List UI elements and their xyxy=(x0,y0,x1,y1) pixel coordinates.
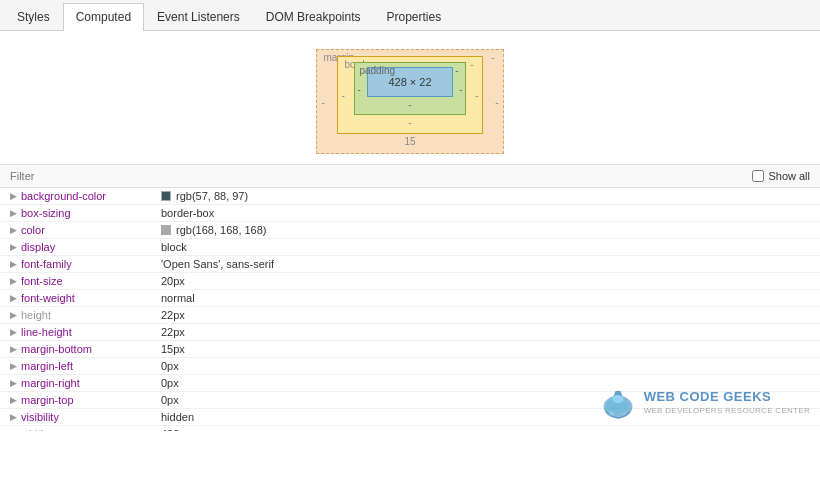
property-value: 20px xyxy=(161,275,185,287)
property-value: rgb(168, 168, 168) xyxy=(161,224,267,236)
watermark-title: WEB CODE GEEKS xyxy=(644,389,810,406)
expand-arrow-icon[interactable]: ▶ xyxy=(10,276,17,286)
expand-arrow-icon[interactable]: ▶ xyxy=(10,429,17,431)
padding-box: padding - - - 428 × 22 - xyxy=(354,62,465,115)
svg-point-5 xyxy=(622,412,625,415)
padding-right-val: - xyxy=(459,83,462,94)
expand-arrow-icon[interactable]: ▶ xyxy=(10,259,17,269)
property-row: ▶background-colorrgb(57, 88, 97) xyxy=(0,188,820,205)
property-name: font-weight xyxy=(21,292,161,304)
svg-point-4 xyxy=(609,411,614,416)
border-left-val: - xyxy=(341,90,344,101)
border-box: border - - - padding - - - 428 × 22 xyxy=(337,56,482,134)
property-name: margin-right xyxy=(21,377,161,389)
property-value: hidden xyxy=(161,411,194,423)
property-row: ▶line-height22px xyxy=(0,324,820,341)
property-row: ▶margin-left0px xyxy=(0,358,820,375)
property-row: ▶width428px xyxy=(0,426,820,431)
margin-top-val: - xyxy=(491,52,494,63)
filter-bar: Show all xyxy=(0,165,820,188)
tab-styles[interactable]: Styles xyxy=(4,3,63,30)
padding-left-val: - xyxy=(357,83,360,94)
expand-arrow-icon[interactable]: ▶ xyxy=(10,327,17,337)
property-name: background-color xyxy=(21,190,161,202)
expand-arrow-icon[interactable]: ▶ xyxy=(10,208,17,218)
property-name: box-sizing xyxy=(21,207,161,219)
box-model: margin - - - border - - - padding - - - xyxy=(316,49,503,154)
property-name: margin-bottom xyxy=(21,343,161,355)
show-all-checkbox[interactable] xyxy=(752,170,764,182)
margin-left-val: - xyxy=(321,96,324,107)
property-name: font-family xyxy=(21,258,161,270)
property-name: display xyxy=(21,241,161,253)
property-name: margin-top xyxy=(21,394,161,406)
show-all-text: Show all xyxy=(768,170,810,182)
property-value: normal xyxy=(161,292,195,304)
expand-arrow-icon[interactable]: ▶ xyxy=(10,310,17,320)
property-row: ▶font-weightnormal xyxy=(0,290,820,307)
property-value: 0px xyxy=(161,360,179,372)
property-value: 428px xyxy=(161,428,191,431)
expand-arrow-icon[interactable]: ▶ xyxy=(10,378,17,388)
property-row: ▶height22px xyxy=(0,307,820,324)
filter-input[interactable] xyxy=(10,170,752,182)
property-name: visibility xyxy=(21,411,161,423)
expand-arrow-icon[interactable]: ▶ xyxy=(10,293,17,303)
property-value: 0px xyxy=(161,377,179,389)
content-dimensions: 428 × 22 xyxy=(388,76,431,88)
border-top-val: - xyxy=(470,59,473,70)
tab-dom-breakpoints[interactable]: DOM Breakpoints xyxy=(253,3,374,30)
watermark-subtitle: WEB DEVELOPERS RESOURCE CENTER xyxy=(644,406,810,416)
property-name: margin-left xyxy=(21,360,161,372)
property-row: ▶margin-bottom15px xyxy=(0,341,820,358)
property-row: ▶box-sizingborder-box xyxy=(0,205,820,222)
main-content: margin - - - border - - - padding - - - xyxy=(0,31,820,431)
expand-arrow-icon[interactable]: ▶ xyxy=(10,225,17,235)
property-name: width xyxy=(21,428,161,431)
property-value: block xyxy=(161,241,187,253)
tabs-bar: Styles Computed Event Listeners DOM Brea… xyxy=(0,0,820,31)
tab-event-listeners[interactable]: Event Listeners xyxy=(144,3,253,30)
watermark-logo-icon xyxy=(598,383,638,423)
expand-arrow-icon[interactable]: ▶ xyxy=(10,395,17,405)
property-name: color xyxy=(21,224,161,236)
property-row: ▶colorrgb(168, 168, 168) xyxy=(0,222,820,239)
property-name: line-height xyxy=(21,326,161,338)
property-row: ▶font-size20px xyxy=(0,273,820,290)
property-value: border-box xyxy=(161,207,214,219)
property-value: 'Open Sans', sans-serif xyxy=(161,258,274,270)
border-bottom-val: - xyxy=(354,115,465,128)
expand-arrow-icon[interactable]: ▶ xyxy=(10,361,17,371)
tab-properties[interactable]: Properties xyxy=(373,3,454,30)
color-swatch xyxy=(161,191,171,201)
watermark-text: WEB CODE GEEKS WEB DEVELOPERS RESOURCE C… xyxy=(644,389,810,416)
property-value: 22px xyxy=(161,309,185,321)
expand-arrow-icon[interactable]: ▶ xyxy=(10,242,17,252)
watermark: WEB CODE GEEKS WEB DEVELOPERS RESOURCE C… xyxy=(598,383,810,423)
property-value: 0px xyxy=(161,394,179,406)
property-row: ▶font-family'Open Sans', sans-serif xyxy=(0,256,820,273)
property-value: rgb(57, 88, 97) xyxy=(161,190,248,202)
expand-arrow-icon[interactable]: ▶ xyxy=(10,412,17,422)
expand-arrow-icon[interactable]: ▶ xyxy=(10,191,17,201)
property-value: 15px xyxy=(161,343,185,355)
property-name: height xyxy=(21,309,161,321)
color-swatch xyxy=(161,225,171,235)
expand-arrow-icon[interactable]: ▶ xyxy=(10,344,17,354)
border-right-val: - xyxy=(475,90,478,101)
padding-top-val: - xyxy=(455,65,458,76)
svg-point-3 xyxy=(612,395,623,403)
tab-computed[interactable]: Computed xyxy=(63,3,144,31)
property-row: ▶displayblock xyxy=(0,239,820,256)
padding-bottom-val: - xyxy=(367,97,452,110)
padding-label: padding xyxy=(359,65,395,76)
box-model-container: margin - - - border - - - padding - - - xyxy=(0,31,820,165)
property-value: 22px xyxy=(161,326,185,338)
show-all-label[interactable]: Show all xyxy=(752,170,810,182)
margin-bottom-val: 15 xyxy=(337,134,482,147)
property-name: font-size xyxy=(21,275,161,287)
margin-box: margin - - - border - - - padding - - - xyxy=(316,49,503,154)
margin-right-val: - xyxy=(495,96,498,107)
